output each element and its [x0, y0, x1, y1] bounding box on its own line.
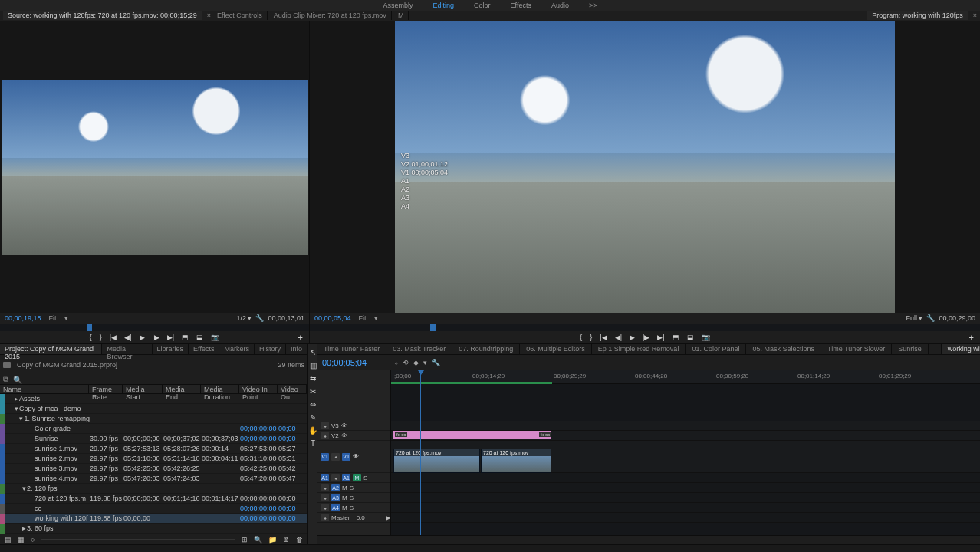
program-resolution-label[interactable]: Full	[906, 314, 917, 322]
project-row[interactable]: ▸3. 60 fps	[0, 524, 307, 534]
add-button-icon[interactable]: +	[969, 333, 974, 342]
time-ruler[interactable]: ;00;00 00;00;14;29 00;00;29;29 00;00;44;…	[391, 370, 980, 384]
add-button-icon[interactable]: +	[298, 333, 303, 342]
slip-tool-icon[interactable]: ⇔	[308, 399, 317, 409]
search-icon[interactable]: 🔍	[13, 376, 22, 384]
sequence-tab[interactable]: Time Tuner Faster	[317, 344, 386, 354]
project-row[interactable]: sunrise 2.mov29.97 fps05:31:10:0005:31:1…	[0, 454, 307, 464]
workspace-tab-effects[interactable]: Effects	[508, 1, 534, 10]
video-clip[interactable]: 720 at 120 fps.mov	[481, 449, 551, 473]
step-back-icon[interactable]: ◀|	[124, 334, 131, 341]
workspace-tab-assembly[interactable]: Assembly	[380, 1, 416, 10]
workspace-tab-editing[interactable]: Editing	[430, 1, 458, 10]
overwrite-icon[interactable]: ⬓	[196, 334, 203, 341]
chevron-down-icon[interactable]: ▾	[919, 314, 922, 322]
program-timeline-scrubber[interactable]	[310, 324, 980, 331]
project-row[interactable]: Sunrise30.00 fps00;00;00;0000;00;37;0200…	[0, 434, 307, 444]
libraries-tab[interactable]: Libraries	[153, 344, 189, 354]
track-a4[interactable]	[391, 503, 980, 513]
media-browser-tab[interactable]: Media Browser	[102, 344, 152, 354]
track-master[interactable]	[391, 513, 980, 523]
sequence-tab[interactable]: Sunrise	[892, 344, 929, 354]
close-icon[interactable]: ×	[970, 12, 977, 19]
source-fit-dropdown[interactable]: Fit	[46, 314, 60, 322]
program-tab[interactable]: Program: working with 120fps	[867, 11, 968, 20]
new-item-icon[interactable]: 🗎	[283, 536, 290, 544]
wrench-icon[interactable]: 🔧	[432, 359, 440, 366]
project-row[interactable]: cc00;00;00;0000;00	[0, 504, 307, 514]
project-row[interactable]: Color grade00;00;00;0000;00	[0, 424, 307, 434]
snap-icon[interactable]: ⬦	[394, 359, 398, 366]
project-row[interactable]: sunrise 1.mov29.97 fps05:27:53:1305:28:0…	[0, 444, 307, 454]
effects-tab[interactable]: Effects	[189, 344, 219, 354]
audio-clip-mixer-tab[interactable]: Audio Clip Mixer: 720 at 120 fps.mov	[269, 11, 392, 20]
step-back-icon[interactable]: ◀|	[615, 334, 622, 341]
selection-tool-icon[interactable]: ↖	[308, 347, 317, 356]
sequence-tab[interactable]: 05. Mask Selections	[746, 344, 821, 354]
settings-icon[interactable]: ▾	[423, 359, 427, 366]
step-fwd-icon[interactable]: |▶	[643, 334, 649, 341]
icon-view-icon[interactable]: ▦	[18, 536, 25, 544]
mark-in-icon[interactable]: {	[90, 334, 92, 341]
track-header-v3[interactable]: ⬥V3👁	[317, 421, 390, 431]
trash-icon[interactable]: 🗑	[296, 536, 303, 544]
razor-tool-icon[interactable]: ✂	[308, 386, 317, 396]
chevron-down-icon[interactable]: ▾	[248, 314, 252, 322]
project-row[interactable]: 720 at 120 fps.m119.88 fps00;00;00;0000;…	[0, 494, 307, 504]
lift-icon[interactable]: ⬒	[673, 334, 679, 341]
sequence-tab-active[interactable]: working with 120fps	[942, 344, 980, 354]
project-columns-header[interactable]: Name Frame Rate Media Start Media End Me…	[0, 384, 307, 394]
playhead[interactable]	[420, 370, 421, 535]
track-a3[interactable]	[391, 493, 980, 503]
track-v1[interactable]: 720 at 120 fps.mov 720 at 120 fps.mov	[391, 441, 980, 473]
timeline-track-area[interactable]: ;00;00 00;00;14;29 00;00;29;29 00;00;44;…	[391, 370, 980, 535]
project-row[interactable]: ▸Assets	[0, 394, 307, 404]
markers-tab[interactable]: Markers	[219, 344, 255, 354]
effect-controls-tab[interactable]: Effect Controls	[212, 11, 268, 20]
mark-in-icon[interactable]: {	[580, 334, 582, 341]
step-fwd-icon[interactable]: |▶	[153, 334, 159, 341]
wrench-icon[interactable]: 🔧	[255, 314, 264, 322]
clip-fx-bar[interactable]: fx cc fx cc	[393, 431, 551, 439]
sequence-tab[interactable]: Time Tuner Slower	[821, 344, 892, 354]
program-viewport[interactable]: V3 V2 01;00;01;12 V1 00;00;05;04 A1 A2 A…	[310, 21, 980, 314]
new-bin-icon[interactable]: 📁	[268, 536, 277, 544]
sequence-tab[interactable]: 06. Multiple Editors	[520, 344, 592, 354]
mark-out-icon[interactable]: }	[590, 334, 592, 341]
source-tab[interactable]: Source: working with 120fps: 720 at 120 …	[3, 11, 202, 20]
hand-tool-icon[interactable]: ✋	[308, 426, 317, 435]
track-header-v1[interactable]: V1⬥ V1👁	[317, 441, 390, 473]
chevron-down-icon[interactable]: ▾	[374, 314, 378, 322]
go-to-out-icon[interactable]: ▶|	[657, 334, 664, 341]
workspace-overflow-icon[interactable]: >>	[586, 1, 600, 10]
project-row[interactable]: ▾Copy of mca-i demo	[0, 404, 307, 414]
go-to-in-icon[interactable]: |◀	[600, 334, 607, 341]
history-tab[interactable]: History	[255, 344, 286, 354]
track-header-a3[interactable]: ⬥A3MS	[317, 493, 390, 503]
project-row[interactable]: sunrise 4.mov29.97 fps05:47:20:0305:47:2…	[0, 474, 307, 484]
list-view-icon[interactable]: ▤	[5, 536, 12, 544]
sequence-tab[interactable]: 07. Roundtripping	[452, 344, 520, 354]
timeline-timecode[interactable]: 00;00;05;04	[317, 358, 394, 367]
freeform-view-icon[interactable]: ○	[31, 536, 35, 544]
close-icon[interactable]: ×	[204, 12, 211, 19]
filter-bin-icon[interactable]: ⧉	[3, 375, 8, 384]
metadata-tab[interactable]: M	[393, 11, 409, 20]
pen-tool-icon[interactable]: ✎	[308, 412, 317, 422]
go-to-out-icon[interactable]: ▶|	[167, 334, 174, 341]
sequence-tab[interactable]: Ep 1 Simple Red Removal	[592, 344, 686, 354]
program-playhead-timecode[interactable]: 00;00;05;04	[314, 314, 351, 322]
export-frame-icon[interactable]: 📷	[702, 334, 710, 341]
insert-icon[interactable]: ⬒	[182, 334, 189, 341]
track-header-a4[interactable]: ⬥A4MS	[317, 503, 390, 513]
project-item-list[interactable]: ▸Assets▾Copy of mca-i demo▾1. Sunrise re…	[0, 394, 307, 534]
ripple-tool-icon[interactable]: ⇆	[308, 373, 317, 383]
source-viewport[interactable]	[0, 21, 309, 314]
track-header-master[interactable]: ⬥Master 0.0▶	[317, 513, 390, 523]
chevron-down-icon[interactable]: ▾	[64, 314, 68, 322]
track-v2[interactable]: fx cc fx cc	[391, 431, 980, 441]
marker-icon[interactable]: ◆	[413, 359, 419, 366]
program-fit-dropdown[interactable]: Fit	[356, 314, 370, 322]
source-timeline-scrubber[interactable]	[0, 324, 309, 331]
go-to-in-icon[interactable]: |◀	[110, 334, 117, 341]
